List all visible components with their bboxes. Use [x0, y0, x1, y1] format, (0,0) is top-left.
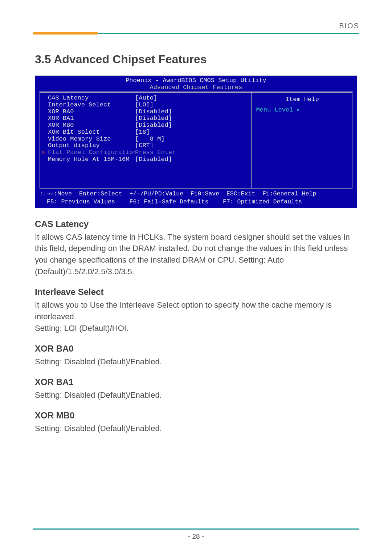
bios-setting-row: XOR BA0[Disabled]: [48, 109, 248, 116]
bios-setting-label: Interleave Select: [48, 102, 135, 109]
bios-setting-row: CAS Latency[Auto]: [48, 95, 248, 102]
bios-help-pane: Item Help Menu Level ▸: [252, 93, 352, 188]
bios-setting-label: CAS Latency: [48, 95, 135, 102]
page-number: - 28 -: [0, 532, 392, 540]
option-heading: CAS Latency: [35, 219, 359, 229]
bios-setting-row: Memory Hole At 15M-16M[Disabled]: [48, 156, 248, 163]
footer-rule: [33, 528, 359, 530]
section-title: 3.5 Advanced Chipset Features: [35, 53, 359, 66]
options-list: CAS LatencyIt allows CAS latency time in…: [33, 219, 359, 434]
bios-title: Phoenix - AwardBIOS CMOS Setup Utility: [39, 77, 353, 84]
bios-setting-label: Flat Panel Configuration: [48, 149, 135, 156]
bios-screenshot: Phoenix - AwardBIOS CMOS Setup Utility A…: [35, 76, 357, 208]
option-body: Setting: Disabled (Default)/Enabled.: [35, 423, 357, 434]
bios-setting-value: [Disabled]: [135, 109, 172, 116]
bios-setting-value: [Auto]: [135, 95, 157, 102]
bios-setting-row: XOR Bit Select[18]: [48, 129, 248, 136]
page: BIOS 3.5 Advanced Chipset Features Phoen…: [0, 0, 392, 555]
option-body: It allows CAS latency time in HCLKs. The…: [35, 231, 357, 278]
header-rule: [33, 32, 359, 35]
bios-setting-label: XOR Bit Select: [48, 129, 135, 136]
bios-subtitle: Advanced Chipset Features: [39, 84, 353, 91]
menu-level: Menu Level ▸: [256, 107, 348, 114]
bios-setting-value: [ 8 M]: [135, 136, 165, 143]
bios-setting-label: Output display: [48, 142, 135, 149]
bios-setting-label: XOR MB0: [48, 122, 135, 129]
bios-setting-label: Video Memory Size: [48, 136, 135, 143]
bios-setting-label: Memory Hole At 15M-16M: [48, 156, 135, 163]
option-heading: XOR BA1: [35, 377, 359, 387]
option-heading: Interleave Select: [35, 287, 359, 297]
option-body: It allows you to Use the Interleave Sele…: [35, 299, 357, 323]
bios-setting-label: XOR BA0: [48, 109, 135, 116]
bios-setting-row: Video Memory Size[ 8 M]: [48, 136, 248, 143]
bios-setting-value: [LOI]: [135, 102, 154, 109]
option-body: Setting: Disabled (Default)/Enabled.: [35, 356, 357, 368]
bios-setting-value: [CRT]: [135, 142, 154, 149]
option-body: Setting: LOI (Default)/HOI.: [35, 323, 357, 334]
bios-setting-value: [Disabled]: [135, 122, 172, 129]
bios-setting-row: Output display[CRT]: [48, 142, 248, 149]
bios-setting-row: Interleave Select[LOI]: [48, 102, 248, 109]
bios-setting-value: Press Enter: [135, 149, 176, 156]
bios-setting-row: XOR BA1[Disabled]: [48, 115, 248, 122]
bios-footer-2: F5: Previous Values F6: Fail-Safe Defaul…: [39, 197, 353, 205]
option-heading: XOR BA0: [35, 344, 359, 354]
header-label: BIOS: [33, 22, 359, 30]
bios-footer-1: ↑↓→←:Move Enter:Select +/-/PU/PD:Value F…: [39, 189, 353, 197]
option-heading: XOR MB0: [35, 410, 359, 421]
bios-setting-row: xFlat Panel ConfigurationPress Enter: [48, 149, 248, 156]
bios-setting-value: [Disabled]: [135, 115, 172, 122]
bios-setting-value: [18]: [135, 129, 150, 136]
bios-setting-row: XOR MB0[Disabled]: [48, 122, 248, 129]
bios-settings-pane: CAS Latency[Auto]Interleave Select[LOI]X…: [40, 93, 252, 188]
option-body: Setting: Disabled (Default)/Enabled.: [35, 389, 357, 401]
bios-setting-value: [Disabled]: [135, 156, 172, 163]
bios-setting-label: XOR BA1: [48, 115, 135, 122]
help-title: Item Help: [256, 95, 348, 107]
